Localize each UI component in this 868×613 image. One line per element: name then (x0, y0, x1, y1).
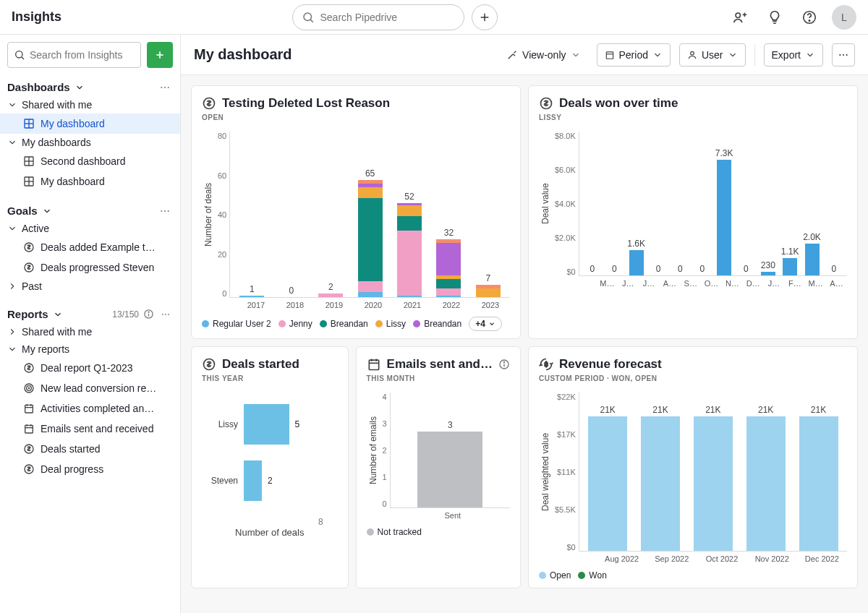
chevron-down-icon (7, 223, 17, 233)
sidebar-item-goal2[interactable]: Deals progressed Steven (0, 257, 180, 278)
page-title: My dashboard (194, 46, 292, 63)
sidebar-item-second-dashboard[interactable]: Second dashboard (0, 151, 180, 171)
svg-point-26 (148, 312, 149, 312)
card-title: Emails sent and… (387, 357, 493, 372)
group-reports-shared[interactable]: Shared with me (0, 323, 180, 340)
section-reports[interactable]: Reports (7, 308, 63, 320)
group-past[interactable]: Past (0, 278, 180, 295)
sidebar-item-rep4[interactable]: Emails sent and received (0, 419, 180, 439)
svg-rect-35 (25, 425, 33, 433)
user-filter[interactable]: User (679, 43, 746, 67)
chart-bar: Number of emails 43210 3 (367, 393, 510, 508)
card-emails-sent: Emails sent and… THIS MONTH Number of em… (356, 346, 521, 588)
card-deals-started: Deals started THIS YEAR Lissy5Steven28 N… (191, 346, 349, 588)
view-mode-button[interactable]: View-only (499, 43, 587, 67)
chevron-down-icon (728, 50, 738, 60)
section-menu-goals[interactable]: ⋯ (157, 205, 173, 217)
chart-legend: Open Won (539, 570, 847, 580)
global-search[interactable]: Search Pipedrive (292, 4, 464, 30)
chart-bar: Deal weighted value $22K$17K$11K$5.5K$0 … (539, 393, 847, 552)
chart-horizontal-bar: Lissy5Steven28 (202, 404, 338, 527)
legend-more-pill[interactable]: +4 (469, 317, 502, 331)
card-testing-deleted-lost-reason: Testing Deleted Lost Reason OPEN Number … (191, 85, 521, 339)
avatar[interactable]: L (832, 5, 856, 30)
calendar-icon (367, 357, 381, 372)
sidebar-item-goal1[interactable]: Deals added Example t… (0, 237, 180, 257)
main-header: My dashboard View-only Period User Expor… (181, 35, 868, 75)
svg-line-10 (22, 57, 24, 59)
more-button[interactable]: ⋯ (832, 43, 855, 67)
currency-icon (23, 362, 35, 374)
info-icon[interactable] (498, 359, 510, 370)
sidebar-item-my-dashboard[interactable]: My dashboard (0, 113, 180, 134)
svg-point-0 (304, 13, 312, 21)
dashboard-icon (23, 176, 35, 187)
group-my-reports[interactable]: My reports (0, 340, 180, 358)
chevron-down-icon (805, 50, 815, 60)
card-subtitle: LISSY (539, 113, 847, 121)
currency-icon (23, 241, 35, 253)
reports-count: 13/150 (112, 309, 139, 320)
sidebar-item-rep3[interactable]: Activities completed an… (0, 398, 180, 419)
search-icon (302, 11, 315, 24)
card-subtitle: OPEN (202, 113, 510, 121)
tips-button[interactable] (762, 5, 787, 30)
sidebar-item-rep6[interactable]: Deal progress (0, 459, 180, 479)
help-button[interactable] (797, 5, 822, 30)
svg-point-53 (503, 361, 504, 362)
lightbulb-icon (767, 9, 783, 25)
chevron-down-icon (571, 50, 581, 60)
svg-point-9 (16, 51, 22, 58)
sidebar-item-rep1[interactable]: Deal report Q1-2023 (0, 358, 180, 378)
sidebar-add-button[interactable] (147, 42, 173, 68)
global-search-placeholder: Search Pipedrive (320, 12, 398, 23)
calendar-icon (23, 423, 35, 434)
section-menu-dashboards[interactable]: ⋯ (157, 82, 173, 93)
info-icon[interactable] (143, 309, 154, 320)
chevron-down-icon (53, 309, 63, 320)
group-my-dashboards[interactable]: My dashboards (0, 134, 180, 151)
dashboard-icon (23, 155, 35, 167)
plus-icon (154, 49, 166, 61)
add-button[interactable] (472, 4, 498, 30)
svg-rect-31 (25, 405, 33, 413)
chevron-down-icon (7, 344, 17, 354)
add-user-icon (732, 9, 748, 25)
group-shared-with-me[interactable]: Shared with me (0, 96, 180, 113)
user-icon (687, 50, 697, 60)
svg-line-1 (310, 20, 312, 22)
section-menu-reports[interactable]: ⋯ (158, 309, 173, 320)
invite-users-button[interactable] (728, 5, 752, 30)
card-title: Revenue forecast (559, 357, 662, 372)
svg-rect-47 (369, 360, 378, 369)
sidebar-search-placeholder: Search from Insights (30, 49, 122, 61)
export-button[interactable]: Export (764, 43, 823, 67)
card-subtitle: THIS MONTH (367, 374, 510, 382)
plus-icon (479, 12, 490, 23)
chart-stacked-bar: Number of deals 806040200 1026552327 (202, 132, 510, 298)
currency-icon (23, 262, 35, 273)
currency-icon (202, 96, 216, 111)
card-title: Testing Deleted Lost Reason (222, 96, 390, 111)
card-subtitle: CUSTOM PERIOD · WON, OPEN (539, 374, 847, 382)
period-filter[interactable]: Period (597, 43, 671, 67)
chevron-right-icon (7, 327, 17, 337)
svg-point-30 (28, 387, 29, 388)
group-active[interactable]: Active (0, 220, 180, 237)
chevron-down-icon (42, 206, 52, 216)
card-title: Deals started (222, 357, 299, 372)
card-deals-won-over-time: Deals won over time LISSY Deal value $8.… (528, 85, 858, 339)
sidebar-item-rep5[interactable]: Deals started (0, 439, 180, 459)
sidebar-item-my-dashboard-2[interactable]: My dashboard (0, 171, 180, 192)
chart-xlabel: Number of deals (202, 527, 338, 538)
svg-text:$: $ (545, 361, 548, 368)
currency-icon (23, 463, 35, 475)
sidebar-item-rep2[interactable]: New lead conversion re… (0, 378, 180, 398)
svg-point-8 (809, 20, 809, 20)
section-dashboards[interactable]: Dashboards (7, 81, 85, 93)
card-title: Deals won over time (559, 96, 678, 111)
chart-legend: Regular User 2JennyBreandanLissyBreandan… (202, 317, 510, 331)
sidebar-search[interactable]: Search from Insights (7, 42, 141, 68)
currency-icon (202, 357, 216, 372)
section-goals[interactable]: Goals (7, 205, 52, 217)
